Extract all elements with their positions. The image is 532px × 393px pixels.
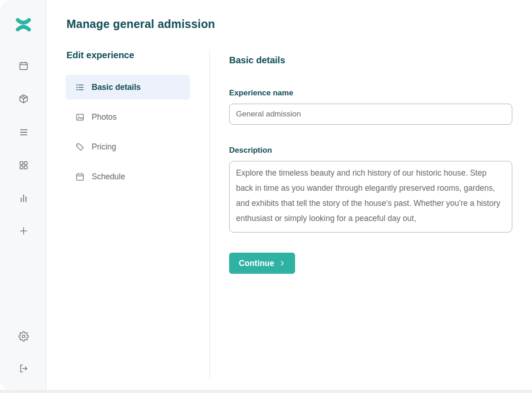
edit-experience-heading: Edit experience [66, 50, 134, 61]
continue-button[interactable]: Continue [229, 253, 295, 274]
nav-item-label: Basic details [92, 83, 141, 92]
continue-button-label: Continue [239, 259, 274, 268]
image-icon [75, 112, 85, 122]
plus-icon[interactable] [18, 225, 29, 236]
logout-icon[interactable] [18, 363, 29, 374]
package-icon[interactable] [18, 93, 29, 104]
tag-icon [75, 142, 85, 152]
nav-item-pricing[interactable]: Pricing [66, 134, 190, 159]
panel-title: Basic details [229, 55, 285, 66]
nav-item-label: Pricing [92, 142, 116, 152]
nav-item-photos[interactable]: Photos [66, 105, 190, 129]
bar-chart-icon[interactable] [18, 193, 29, 204]
list-details-icon [75, 83, 85, 92]
nav-item-schedule[interactable]: Schedule [66, 164, 190, 189]
experience-name-input[interactable] [229, 104, 512, 125]
brand-logo-icon[interactable] [15, 16, 32, 35]
description-label: Description [229, 146, 272, 155]
nav-item-label: Photos [92, 112, 116, 122]
nav-item-basic-details[interactable]: Basic details [66, 75, 190, 100]
chevron-right-icon [279, 260, 285, 266]
experience-name-label: Experience name [229, 89, 293, 98]
list-icon[interactable] [18, 127, 29, 138]
page-title: Manage general admission [66, 17, 215, 31]
grid-icon[interactable] [18, 160, 29, 171]
settings-icon[interactable] [18, 331, 29, 342]
icon-sidebar [0, 0, 46, 390]
calendar-icon[interactable] [18, 60, 29, 71]
description-textarea[interactable]: Explore the timeless beauty and rich his… [229, 161, 512, 232]
app-window: Manage general admission Edit experience… [0, 0, 532, 390]
calendar-icon [75, 172, 85, 182]
bottom-edge-strip [0, 390, 532, 393]
edit-experience-nav: Basic details Photos Pricing [66, 75, 190, 194]
nav-content-divider [209, 50, 210, 381]
nav-item-label: Schedule [92, 172, 125, 182]
